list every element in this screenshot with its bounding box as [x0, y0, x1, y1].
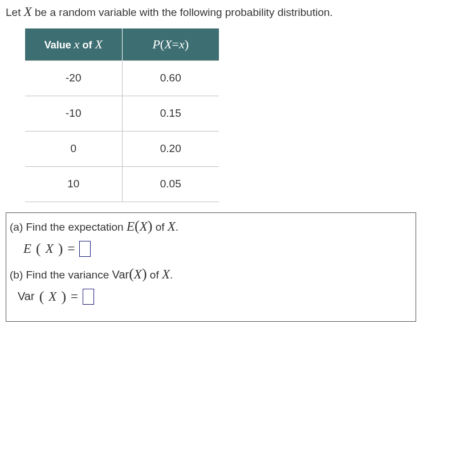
- cell-x: -20: [25, 60, 122, 96]
- a-open: (: [135, 218, 140, 234]
- intro-text-1: Let: [6, 6, 24, 18]
- b-dot: .: [170, 269, 173, 281]
- b-open: (: [129, 265, 134, 282]
- table-row: -20 0.60: [25, 60, 219, 96]
- part-a-prompt: (a) Find the expectation E(X) of X.: [10, 218, 412, 235]
- column-header-prob: P(X=x): [122, 28, 219, 60]
- hdr-of: of: [79, 39, 95, 51]
- distribution-table: Value x of X P(X=x) -20 0.60 -10 0.15 0 …: [25, 28, 219, 202]
- variance-input[interactable]: [83, 289, 94, 305]
- b-eq-X: X: [48, 289, 56, 304]
- a-dot: .: [176, 221, 178, 233]
- part-a-equation: E(X) =: [23, 240, 412, 257]
- hdr-value-pre: Value: [44, 39, 74, 51]
- b-X: X: [134, 267, 142, 281]
- b-close: ): [142, 265, 147, 282]
- part-b-label: (b) Find the variance: [10, 269, 112, 281]
- part-b-prompt: (b) Find the variance Var(X) of X.: [10, 265, 412, 282]
- hdr-lower-x: x: [74, 37, 80, 51]
- hdr-close: ): [185, 37, 189, 51]
- a-of-X: X: [168, 219, 176, 233]
- a-eq-sign: =: [67, 241, 75, 256]
- a-E: E: [127, 219, 135, 233]
- table-row: -10 0.15: [25, 96, 219, 131]
- a-eq-close: ): [58, 240, 63, 257]
- cell-x: 10: [25, 166, 122, 202]
- b-eq-sign: =: [71, 289, 78, 304]
- cell-p: 0.15: [122, 96, 219, 131]
- b-of: of: [147, 269, 162, 281]
- a-eq-E: E: [23, 241, 31, 256]
- cell-p: 0.05: [122, 166, 219, 202]
- hdr-P: P: [152, 37, 160, 51]
- intro-text-2: be a random variable with the following …: [32, 6, 333, 18]
- b-eq-Var: Var: [18, 290, 35, 303]
- part-b-equation: Var(X) =: [18, 288, 412, 305]
- part-a-label: (a) Find the expectation: [10, 221, 127, 233]
- cell-x: -10: [25, 96, 122, 131]
- cell-p: 0.20: [122, 131, 219, 166]
- b-Var: Var: [112, 268, 129, 281]
- question-box: (a) Find the expectation E(X) of X. E(X)…: [6, 212, 416, 322]
- problem-intro: Let X be a random variable with the foll…: [6, 5, 470, 19]
- b-eq-close: ): [61, 288, 66, 305]
- a-eq-open: (: [36, 240, 41, 257]
- intro-var-x: X: [24, 5, 32, 19]
- cell-p: 0.60: [122, 60, 219, 96]
- b-of-X: X: [162, 267, 170, 281]
- b-eq-open: (: [39, 288, 44, 305]
- expectation-input[interactable]: [79, 241, 91, 257]
- cell-x: 0: [25, 131, 122, 166]
- hdr-xvar: x: [179, 37, 185, 51]
- hdr-upper-x: X: [95, 37, 102, 51]
- a-of: of: [152, 221, 167, 233]
- table-row: 0 0.20: [25, 131, 219, 166]
- table-row: 10 0.05: [25, 166, 219, 202]
- hdr-Xvar: X: [164, 37, 172, 51]
- a-X: X: [140, 219, 148, 233]
- a-eq-X: X: [46, 241, 54, 256]
- column-header-value: Value x of X: [25, 28, 122, 60]
- hdr-eq: =: [172, 37, 179, 51]
